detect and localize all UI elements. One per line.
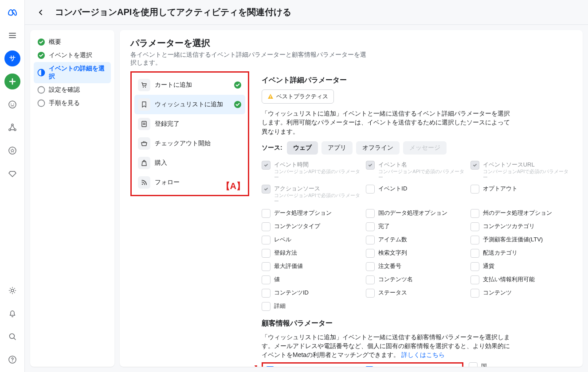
cart-icon [138, 79, 150, 91]
hamburger-icon[interactable] [4, 27, 20, 43]
back-button[interactable] [34, 5, 48, 19]
user-avatar[interactable]: サ [4, 50, 20, 66]
param-item: 州のデータ処理オプション [470, 209, 569, 218]
svg-point-21 [142, 184, 143, 185]
checkbox[interactable] [366, 185, 375, 194]
checkbox[interactable] [366, 249, 375, 258]
param-name: コンテンツカテゴリ [483, 222, 535, 230]
steps-panel: 概要イベントを選択イベントの詳細を選択設定を確認手順を見る [30, 30, 114, 367]
svg-point-2 [13, 104, 14, 105]
checkbox[interactable] [262, 262, 270, 271]
checkbox[interactable] [470, 236, 479, 244]
checkbox[interactable] [470, 185, 479, 194]
param-name: イベント時間 [274, 161, 361, 169]
step-item[interactable]: 概要 [34, 35, 111, 49]
param-item: 注文番号 [366, 262, 465, 271]
diamond-icon[interactable] [4, 166, 20, 182]
help-icon[interactable] [4, 352, 20, 368]
param-item: クライアントユーザーエージェント - ハッシュ化しない [365, 366, 459, 367]
step-item[interactable]: 手順を見る [34, 97, 111, 110]
svg-point-5 [14, 129, 16, 131]
checkbox[interactable] [262, 161, 270, 170]
checkbox[interactable] [262, 289, 270, 298]
param-item: 通貨 [470, 262, 569, 271]
source-tab[interactable]: アプリ [321, 141, 353, 155]
bell-icon[interactable] [4, 306, 20, 322]
step-item[interactable]: 設定を確認 [34, 83, 111, 97]
checkbox[interactable] [470, 161, 479, 170]
param-name: 詳細 [274, 302, 286, 310]
step-label: イベントを選択 [49, 51, 92, 59]
checkbox[interactable] [365, 366, 374, 367]
checkbox[interactable] [470, 249, 479, 258]
param-item: 最大評価値 [262, 262, 361, 271]
event-item[interactable]: カートに追加 [134, 75, 245, 95]
meta-logo-icon[interactable] [4, 4, 20, 20]
step-item[interactable]: イベントを選択 [34, 49, 111, 62]
checkbox[interactable] [262, 222, 270, 231]
param-note: コンバージョンAPIで必須のパラメーター [274, 169, 361, 180]
param-item: コンテンツ [470, 289, 569, 298]
checkbox[interactable] [262, 185, 270, 194]
svg-point-10 [12, 361, 13, 362]
checkbox[interactable] [366, 275, 375, 284]
event-item[interactable]: 購入 [134, 153, 245, 173]
checkbox[interactable] [470, 275, 479, 284]
add-icon[interactable] [4, 74, 20, 89]
param-item: アクションソースコンバージョンAPIで必須のパラメーター [262, 185, 361, 204]
checkbox[interactable] [366, 209, 375, 218]
param-name: イベントソースURL [483, 161, 569, 169]
event-params-heading: イベント詳細パラメーター [262, 76, 569, 85]
checkbox[interactable] [366, 236, 375, 244]
doc-icon [138, 118, 150, 130]
checkbox[interactable] [366, 161, 375, 170]
event-label: 登録完了 [155, 120, 242, 128]
check-icon [234, 101, 242, 108]
learn-more-link[interactable]: 詳しくはこちら [401, 351, 445, 358]
param-name: 国のデータ処理オプション [378, 209, 447, 217]
param-name: 国 [481, 362, 487, 367]
search-icon[interactable] [4, 329, 20, 345]
event-item[interactable]: チェックアウト開始 [134, 134, 245, 153]
best-practice-chip[interactable]: ベストプラクティス [262, 89, 334, 104]
star-icon[interactable] [4, 143, 20, 159]
svg-rect-23 [270, 97, 270, 98]
checkbox[interactable] [262, 249, 270, 258]
svg-point-3 [12, 124, 13, 126]
panel-title: パラメーターを選択 [130, 37, 572, 49]
param-item: データ処理オプション [262, 209, 361, 218]
step-item[interactable]: イベントの詳細を選択 [34, 62, 111, 83]
param-item: クライアントIPアドレス - ハッシュ化しない [266, 366, 360, 367]
svg-point-6 [9, 147, 16, 154]
param-item: 国 [469, 362, 569, 367]
checkbox[interactable] [266, 366, 274, 367]
gauge-icon[interactable] [4, 97, 20, 112]
warning-icon [267, 93, 274, 100]
checkbox[interactable] [262, 209, 270, 218]
share-nodes-icon[interactable] [4, 120, 20, 136]
param-item: コンテンツタイプ [262, 222, 361, 231]
event-item[interactable]: ウィッシュリストに追加 [134, 95, 245, 114]
checkbox[interactable] [262, 275, 270, 284]
checkbox[interactable] [262, 302, 270, 311]
checkbox[interactable] [470, 222, 479, 231]
event-item[interactable]: 登録完了 [134, 114, 245, 134]
gear-icon[interactable] [4, 283, 20, 298]
param-name: コンテンツ名 [378, 275, 413, 283]
checkbox[interactable] [366, 222, 375, 231]
param-name: コンテンツタイプ [274, 222, 320, 230]
checkbox[interactable] [469, 362, 478, 367]
source-tab[interactable]: ウェブ [287, 141, 318, 155]
checkbox[interactable] [470, 209, 479, 218]
checkbox[interactable] [262, 236, 270, 244]
checkbox[interactable] [366, 262, 375, 271]
param-item: 登録方法 [262, 249, 361, 258]
checkbox[interactable] [470, 289, 479, 298]
param-note: コンバージョンAPIで必須のパラメーター [274, 193, 361, 204]
checkbox[interactable] [470, 262, 479, 271]
param-name: イベントID [378, 185, 407, 193]
param-item: イベントID [366, 185, 465, 204]
svg-point-4 [9, 129, 11, 131]
checkbox[interactable] [366, 289, 375, 298]
source-tab[interactable]: オフライン [356, 141, 400, 155]
